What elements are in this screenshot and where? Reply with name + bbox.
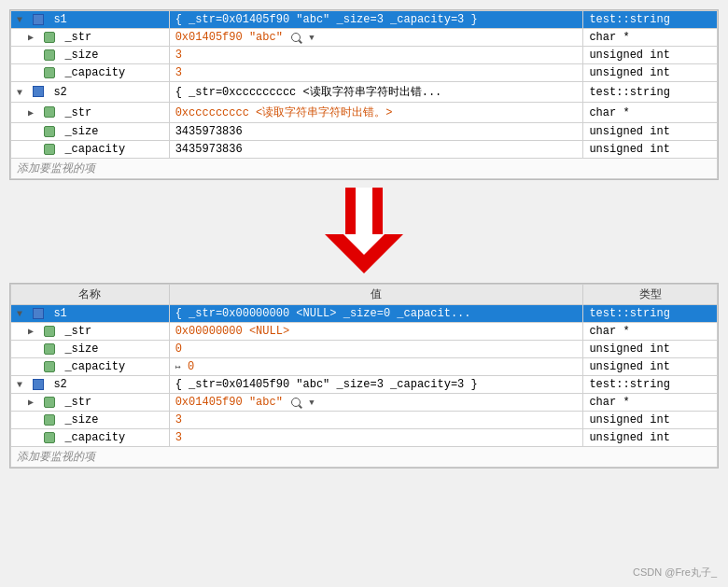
table-row[interactable]: ▶ _size 0 unsigned int — [11, 341, 718, 358]
row-name: _capacity — [64, 431, 125, 444]
expand-arrow[interactable]: ▶ — [28, 397, 37, 408]
table-row[interactable]: ▶ _str 0xccccccccc <读取字符串字符时出错。> char * — [11, 103, 718, 123]
row-name: _str — [64, 31, 91, 44]
table-row[interactable]: ▶ _capacity 3 unsigned int — [11, 64, 718, 82]
row-type: char * — [589, 31, 629, 44]
table-header-row: 名称 值 类型 — [11, 285, 718, 305]
table-row[interactable]: ▶ _str 0x01405f90 "abc" ▼ char * — [11, 29, 718, 47]
row-type: unsigned int — [589, 360, 669, 373]
row-value: 0x01405f90 "abc" — [175, 31, 283, 44]
row-type: test::string — [589, 378, 669, 391]
row-name: _str — [64, 396, 91, 409]
dropdown-arrow[interactable]: ▼ — [309, 34, 314, 43]
cube-icon — [33, 379, 44, 390]
add-watch-label: 添加要监视的项 — [17, 451, 95, 464]
row-value: 3435973836 — [175, 125, 243, 138]
row-value: 3 — [175, 431, 182, 444]
field-icon — [44, 343, 55, 355]
row-name: _size — [64, 342, 98, 356]
row-type: char * — [589, 396, 629, 409]
row-value: 0 — [175, 342, 182, 356]
row-value: 3 — [175, 49, 182, 62]
dropdown-arrow[interactable]: ▼ — [309, 398, 314, 408]
field-icon — [44, 49, 55, 61]
cube-icon — [33, 86, 44, 97]
add-watch-row[interactable]: 添加要监视的项 — [11, 159, 718, 179]
expand-arrow[interactable]: ▶ — [28, 32, 37, 43]
row-value: { _str=0x00000000 <NULL> _size=0 _capaci… — [175, 307, 471, 320]
expand-arrow[interactable]: ▶ — [28, 326, 37, 337]
table-row[interactable]: ▼ s1 { _str=0x01405f90 "abc" _size=3 _ca… — [11, 11, 718, 29]
header-name-label: 名称 — [78, 288, 101, 301]
table-row[interactable]: ▼ s2 { _str=0x01405f90 "abc" _size=3 _ca… — [11, 376, 718, 394]
col-header-type: 类型 — [583, 285, 718, 305]
table-row[interactable]: ▶ _size 3 unsigned int — [11, 412, 718, 429]
field-icon — [44, 144, 55, 155]
row-value: 0 — [188, 360, 194, 373]
row-type: test::string — [589, 13, 669, 26]
row-name: _size — [64, 49, 98, 62]
row-value: 0x00000000 <NULL> — [175, 325, 289, 338]
table-row[interactable]: ▶ _size 3435973836 unsigned int — [11, 123, 718, 141]
row-name: s2 — [53, 86, 66, 99]
row-type: char * — [589, 325, 629, 338]
bottom-watch-table: 名称 值 类型 ▼ s1 — [10, 284, 718, 468]
add-watch-label: 添加要监视的项 — [17, 162, 95, 175]
row-type: unsigned int — [589, 413, 669, 426]
expand-arrow[interactable]: ▼ — [17, 88, 26, 98]
down-arrow — [325, 188, 403, 276]
row-name: _str — [64, 106, 91, 119]
row-name: s1 — [53, 13, 66, 26]
row-value: 0x01405f90 "abc" — [175, 396, 283, 409]
expand-arrow[interactable]: ▶ — [28, 107, 37, 119]
table-row[interactable]: ▶ _str 0x00000000 <NULL> char * — [11, 323, 718, 341]
field-icon — [44, 126, 55, 137]
row-type: test::string — [589, 86, 669, 99]
col-header-value: 值 — [169, 285, 583, 305]
row-value: 3 — [175, 66, 182, 79]
table-row[interactable]: ▼ s2 { _str=0xccccccccc <读取字符串字符时出错... t… — [11, 82, 718, 103]
row-name: s1 — [53, 307, 66, 320]
expand-arrow[interactable]: ▼ — [17, 380, 26, 390]
row-name: _capacity — [64, 66, 125, 79]
table-row[interactable]: ▶ _str 0x01405f90 "abc" ▼ char * — [11, 394, 718, 412]
table-row[interactable]: ▶ _capacity 3435973836 unsigned int — [11, 141, 718, 159]
row-value: 0xccccccccc <读取字符串字符时出错。> — [175, 106, 393, 119]
table-row[interactable]: ▶ _size 3 unsigned int — [11, 47, 718, 64]
bottom-watch-panel: 名称 值 类型 ▼ s1 — [9, 283, 719, 468]
table-row[interactable]: ▶ _capacity 3 unsigned int — [11, 429, 718, 447]
row-value: { _str=0x01405f90 "abc" _size=3 _capacit… — [175, 13, 478, 26]
watermark: CSDN @Fre丸子_ — [633, 566, 717, 580]
row-name: _str — [64, 325, 91, 338]
row-name: _capacity — [64, 360, 125, 373]
top-watch-table: ▼ s1 { _str=0x01405f90 "abc" _size=3 _ca… — [10, 10, 718, 179]
field-icon — [44, 106, 55, 118]
expand-arrow[interactable]: ▼ — [17, 309, 26, 319]
header-type-label: 类型 — [639, 288, 662, 301]
down-arrow-container — [9, 180, 719, 283]
field-icon — [44, 361, 55, 372]
row-value: 3435973836 — [175, 143, 243, 156]
table-row[interactable]: ▶ _capacity ↦ 0 unsigned int — [11, 358, 718, 376]
row-value: { _str=0xccccccccc <读取字符串字符时出错... — [175, 86, 442, 99]
row-type: unsigned int — [589, 431, 669, 444]
main-container: ▼ s1 { _str=0x01405f90 "abc" _size=3 _ca… — [0, 0, 728, 587]
field-icon — [44, 432, 55, 443]
search-icon[interactable] — [291, 33, 301, 42]
row-name: _size — [64, 413, 98, 426]
add-watch-row[interactable]: 添加要监视的项 — [11, 447, 718, 468]
row-type: test::string — [589, 307, 669, 320]
row-type: unsigned int — [589, 66, 669, 79]
table-row[interactable]: ▼ s1 { _str=0x00000000 <NULL> _size=0 _c… — [11, 305, 718, 323]
arrow-shaft-inner — [356, 188, 372, 234]
row-type: char * — [589, 106, 629, 119]
expand-arrow[interactable]: ▼ — [17, 15, 26, 25]
field-icon — [44, 414, 55, 426]
row-name: _capacity — [64, 143, 125, 156]
header-value-label: 值 — [371, 288, 382, 301]
field-icon — [44, 67, 55, 78]
field-icon — [44, 32, 55, 43]
row-type: unsigned int — [589, 342, 669, 356]
search-icon[interactable] — [291, 398, 301, 407]
watermark-text: CSDN @Fre丸子_ — [633, 566, 717, 578]
